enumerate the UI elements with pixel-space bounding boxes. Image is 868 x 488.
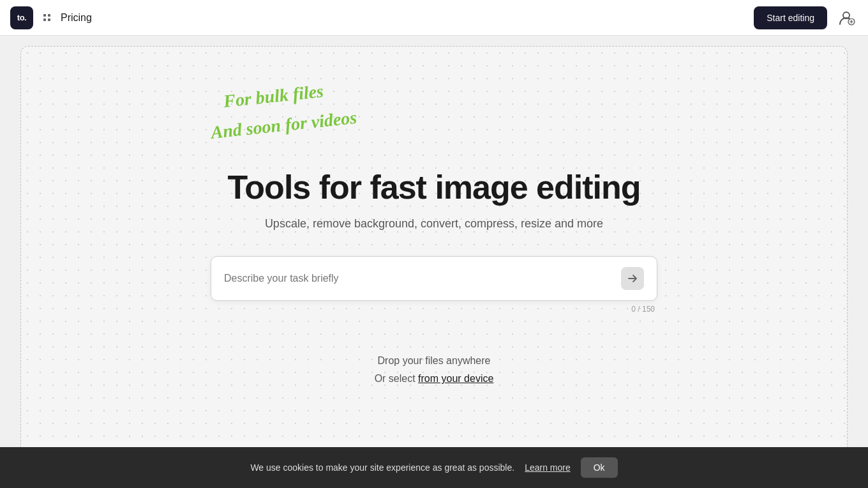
drop-text-line1: Drop your files anywhere [375, 352, 494, 370]
drop-area: Drop your files anywhere Or select from … [375, 352, 494, 389]
navbar: to. Pricing Start editing [0, 0, 868, 36]
char-count: 0 / 150 [211, 305, 657, 314]
ok-button[interactable]: Ok [581, 457, 618, 478]
annotation-line1: For bulk files [222, 79, 324, 114]
navbar-left: to. Pricing [10, 6, 92, 29]
navbar-right: Start editing [754, 6, 858, 29]
main-subheadline: Upscale, remove background, convert, com… [265, 217, 603, 231]
content-inner: Tools for fast image editing Upscale, re… [21, 118, 847, 388]
task-input-wrapper [211, 256, 657, 301]
learn-more-link[interactable]: Learn more [525, 462, 571, 473]
task-submit-button[interactable] [621, 267, 644, 290]
main-headline: Tools for fast image editing [227, 169, 640, 207]
drop-text-line2: Or select from your device [375, 370, 494, 388]
task-input-container: 0 / 150 [211, 256, 657, 314]
cookie-message: We use cookies to make your site experie… [250, 462, 514, 473]
start-editing-button[interactable]: Start editing [754, 6, 827, 29]
task-input[interactable] [224, 273, 621, 284]
logo-badge[interactable]: to. [10, 6, 33, 29]
main-content-area: For bulk files And soon for videos Tools… [20, 46, 848, 460]
grid-icon[interactable] [41, 11, 53, 24]
cookie-banner: We use cookies to make your site experie… [0, 447, 868, 488]
user-icon[interactable] [835, 6, 858, 29]
pricing-link[interactable]: Pricing [61, 12, 92, 24]
from-device-link[interactable]: from your device [418, 373, 493, 384]
drop-text-prefix: Or select [375, 373, 418, 384]
